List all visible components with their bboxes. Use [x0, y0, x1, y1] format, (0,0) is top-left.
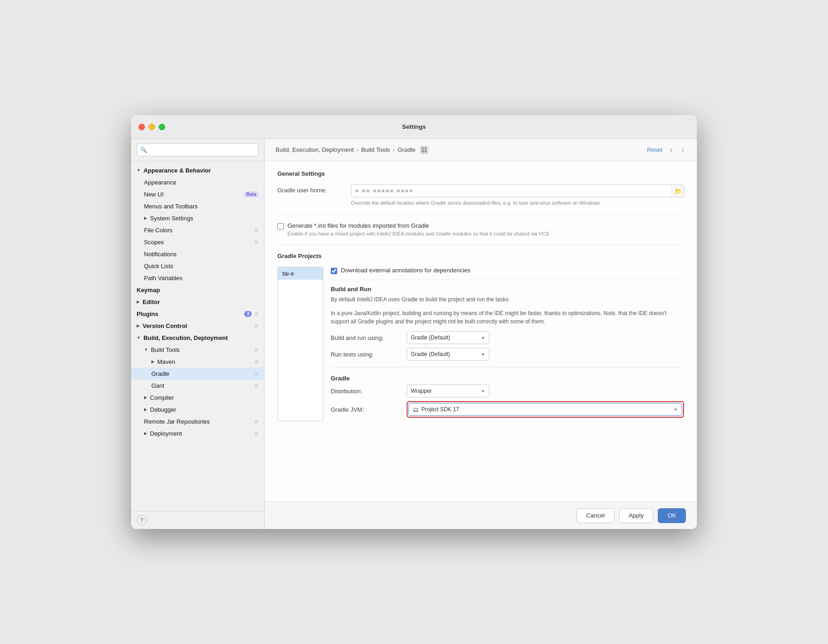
sidebar-item-editor[interactable]: ▶ Editor [131, 296, 264, 308]
breadcrumb: Build, Execution, Deployment › Build Too… [276, 146, 647, 154]
minimize-button[interactable] [149, 124, 155, 130]
main-header: Build, Execution, Deployment › Build Too… [264, 139, 697, 161]
distribution-value: Wrapper [411, 388, 432, 394]
maximize-button[interactable] [159, 124, 165, 130]
sidebar-content: ▼ Appearance & Behavior Appearance New U… [131, 161, 264, 511]
chevron-right-icon: ▶ [151, 359, 155, 364]
sidebar-label-path-variables: Path Variables [144, 275, 259, 282]
sidebar-item-version-control[interactable]: ▶ Version Control ⚙ [131, 320, 264, 332]
sidebar-label-menus-toolbars: Menus and Toolbars [144, 203, 259, 210]
search-input[interactable] [137, 144, 259, 156]
gradle-user-home-control: 📁 Override the default location where Gr… [351, 184, 684, 207]
chevron-right-icon: ▶ [137, 323, 140, 328]
sidebar-item-path-variables[interactable]: Path Variables [131, 272, 264, 284]
distribution-row: Distribution: Wrapper ▼ [331, 385, 684, 397]
sidebar-item-gant[interactable]: Gant ⚙ [131, 380, 264, 391]
chevron-down-icon: ▼ [144, 347, 148, 352]
sidebar-item-plugins[interactable]: Plugins 3 ⚙ [131, 308, 264, 320]
sidebar-label-notifications: Notifications [144, 251, 259, 258]
distribution-select[interactable]: Wrapper ▼ [407, 385, 489, 397]
gradle-jvm-select[interactable]: 🗂 Project SDK 17 ▼ [408, 403, 682, 416]
sidebar-item-menus-toolbars[interactable]: Menus and Toolbars [131, 200, 264, 212]
sidebar-item-appearance[interactable]: Appearance [131, 176, 264, 188]
generate-iml-hint: Enable if you have a mixed project with … [288, 230, 684, 238]
sidebar: 🔍 ▼ Appearance & Behavior Appearance New… [131, 139, 264, 529]
gear-icon: ⚙ [254, 311, 259, 316]
browse-button[interactable]: 📁 [672, 185, 684, 197]
sidebar-item-scopes[interactable]: Scopes ⚙ [131, 236, 264, 248]
sidebar-item-remote-jar[interactable]: Remote Jar Repositories ⚙ [131, 415, 264, 427]
gradle-section: Gradle Distribution: Wrapper ▼ Gradle JV… [331, 375, 684, 418]
settings-window: Settings 🔍 ▼ Appearance & Behavior [131, 115, 697, 529]
build-run-desc1: By default IntelliJ IDEA uses Gradle to … [331, 295, 684, 304]
sidebar-item-debugger[interactable]: ▶ Debugger [131, 403, 264, 415]
sidebar-item-system-settings[interactable]: ▶ System Settings [131, 212, 264, 224]
sidebar-label-plugins: Plugins [137, 310, 244, 317]
forward-button[interactable]: › [680, 145, 686, 155]
sidebar-item-keymap[interactable]: Keymap [131, 284, 264, 296]
plugins-badge: 3 [244, 311, 252, 317]
sidebar-item-new-ui[interactable]: New UI Beta [131, 188, 264, 200]
general-settings-title: General Settings [277, 170, 684, 177]
sidebar-item-build-execution-deployment[interactable]: ▼ Build, Execution, Deployment [131, 332, 264, 344]
sidebar-label-deployment: Deployment [150, 430, 253, 437]
sidebar-item-gradle[interactable]: Gradle ⚙ [131, 368, 264, 380]
run-tests-select[interactable]: Gradle (Default) ▼ [407, 348, 489, 361]
chevron-down-icon: ▼ [673, 407, 678, 412]
build-run-title: Build and Run [331, 286, 684, 293]
breadcrumb-grid-icon [420, 146, 428, 154]
sidebar-item-maven[interactable]: ▶ Maven ⚙ [131, 356, 264, 368]
reset-button[interactable]: Reset [647, 146, 662, 153]
sidebar-item-file-colors[interactable]: File Colors ⚙ [131, 224, 264, 236]
sidebar-label-remote-jar: Remote Jar Repositories [144, 418, 254, 425]
sidebar-label-new-ui: New UI [144, 191, 241, 198]
generate-iml-checkbox[interactable] [277, 223, 284, 230]
close-button[interactable] [138, 124, 145, 130]
build-run-using-select[interactable]: Gradle (Default) ▼ [407, 331, 489, 344]
sidebar-bottom: ? [131, 511, 264, 529]
gradle-user-home-row: Gradle user home: 📁 Override the default… [277, 184, 684, 207]
traffic-lights [138, 124, 165, 130]
titlebar: Settings [131, 115, 697, 139]
sidebar-item-appearance-behavior[interactable]: ▼ Appearance & Behavior [131, 164, 264, 176]
window-title: Settings [402, 123, 426, 130]
chevron-down-icon: ▼ [137, 168, 141, 172]
help-button[interactable]: ? [137, 515, 147, 525]
breadcrumb-separator: › [356, 146, 358, 153]
gradle-user-home-hint: Override the default location where Grad… [351, 199, 684, 207]
gear-icon: ⚙ [254, 371, 259, 376]
cancel-button[interactable]: Cancel [576, 508, 614, 523]
sdk-icon: 🗂 [413, 406, 419, 413]
projects-list: tai-e [277, 267, 323, 421]
apply-button[interactable]: Apply [619, 508, 654, 523]
ok-button[interactable]: OK [658, 508, 686, 523]
gear-icon: ⚙ [254, 323, 259, 328]
gradle-jvm-value: Project SDK 17 [421, 406, 459, 413]
gradle-user-home-input[interactable] [351, 188, 672, 194]
chevron-right-icon: ▶ [137, 299, 140, 304]
gear-icon: ⚙ [254, 419, 259, 424]
build-run-using-label: Build and run using: [331, 334, 407, 341]
project-item-tai-e[interactable]: tai-e [278, 267, 323, 280]
sidebar-label-quick-lists: Quick Lists [144, 263, 259, 270]
download-annotations-checkbox[interactable] [331, 268, 337, 274]
gradle-jvm-row: Gradle JVM: 🗂 Project SDK 17 ▼ [331, 401, 684, 418]
sidebar-item-compiler[interactable]: ▶ Compiler [131, 391, 264, 403]
gear-icon: ⚙ [254, 347, 259, 352]
back-button[interactable]: ‹ [668, 145, 674, 155]
sidebar-item-deployment[interactable]: ▶ Deployment ⚙ [131, 427, 264, 439]
generate-iml-row: Generate *.iml files for modules importe… [277, 222, 684, 238]
chevron-right-icon: ▶ [144, 431, 147, 436]
sidebar-label-build-tools: Build Tools [151, 346, 253, 353]
main-panel: Build, Execution, Deployment › Build Too… [264, 139, 697, 529]
sidebar-item-build-tools[interactable]: ▼ Build Tools ⚙ [131, 344, 264, 356]
gear-icon: ⚙ [254, 383, 259, 388]
breadcrumb-current: Gradle [397, 146, 415, 153]
sidebar-item-notifications[interactable]: Notifications [131, 248, 264, 260]
header-actions: Reset ‹ › [647, 145, 686, 155]
footer: Cancel Apply OK [264, 501, 697, 529]
chevron-down-icon: ▼ [137, 335, 141, 340]
sidebar-item-quick-lists[interactable]: Quick Lists [131, 260, 264, 272]
gear-icon: ⚙ [254, 240, 259, 245]
gear-icon: ⚙ [254, 228, 259, 233]
